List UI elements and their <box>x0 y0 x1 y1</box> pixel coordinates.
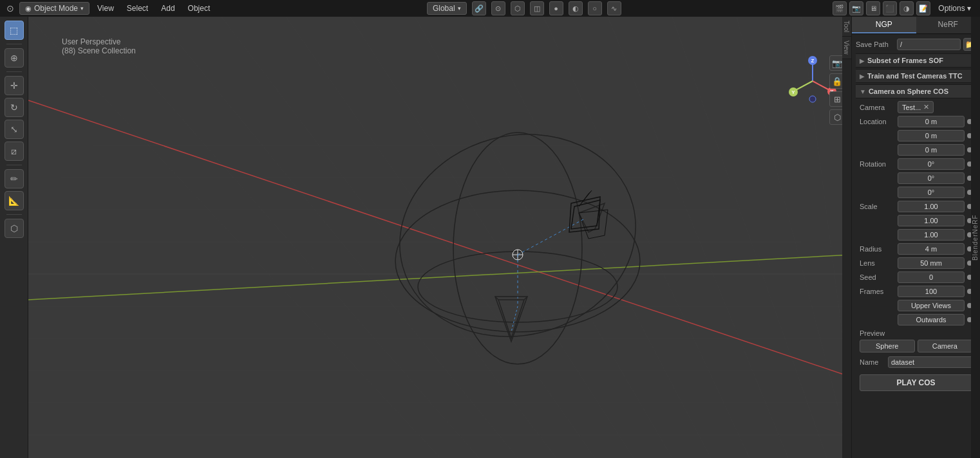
name-input[interactable] <box>888 356 980 368</box>
svg-line-51 <box>795 81 813 91</box>
proportional-btn[interactable]: ⊙ <box>491 1 505 15</box>
transform-selector[interactable]: Global ▾ <box>427 2 467 15</box>
rotate-tool[interactable]: ↻ <box>5 98 24 117</box>
compositor-icon[interactable]: ⬛ <box>883 1 897 15</box>
svg-text:Z: Z <box>811 58 815 64</box>
camera-tag[interactable]: Test... ✕ <box>898 101 934 113</box>
shading-solid[interactable]: ● <box>549 1 563 15</box>
scale-z-field[interactable]: 1.00 <box>898 229 965 241</box>
shading-material[interactable]: ◐ <box>569 1 583 15</box>
outwards-row: Outwards <box>856 313 976 327</box>
scale-y-field[interactable]: 1.00 <box>898 215 965 226</box>
rotation-row-z: 0° <box>856 185 976 199</box>
svg-line-48 <box>813 81 831 91</box>
scale-tool[interactable]: ⤡ <box>5 120 24 139</box>
top-bar-right: 🎬 📷 🖥 ⬛ ◑ 📝 Options ▾ <box>833 1 976 15</box>
cursor-tool[interactable]: ⊕ <box>5 48 24 68</box>
location-row-x: Location 0 m <box>856 114 976 129</box>
camera-preview-btn[interactable]: Camera <box>918 340 973 353</box>
blendernerf-label: BlenderNeRF <box>971 17 980 458</box>
measure-tool[interactable]: 📐 <box>5 191 24 210</box>
options-menu[interactable]: Options ▾ <box>933 3 976 14</box>
seed-label: Seed <box>860 273 895 281</box>
menu-add[interactable]: Add <box>156 3 180 14</box>
camera-value: Test... <box>902 104 921 111</box>
scene-svg <box>28 17 851 458</box>
right-panel: NGP NeRF Save Path 📁 ▶ Subset of Frames … <box>851 17 980 458</box>
location-y-field[interactable]: 0 m <box>898 130 965 142</box>
rotation-x-field[interactable]: 0° <box>898 158 965 170</box>
menu-view[interactable]: View <box>92 3 119 14</box>
sof-title: Subset of Frames SOF <box>867 57 943 64</box>
transform-tool[interactable]: ⧄ <box>5 142 24 161</box>
seed-row: Seed 0 <box>856 270 976 284</box>
camera-row: Camera Test... ✕ <box>856 100 976 114</box>
shading-icon2[interactable]: ◑ <box>900 1 914 15</box>
upper-views-field[interactable]: Upper Views <box>898 300 965 311</box>
panel-tabs: NGP NeRF <box>852 17 980 34</box>
xray-btn[interactable]: ◫ <box>530 1 544 15</box>
cos-title: Camera on Sphere COS <box>869 87 948 95</box>
tool-tab[interactable]: Tool <box>842 17 851 37</box>
save-path-label: Save Path <box>856 41 894 48</box>
ttc-section-header[interactable]: ▶ Train and Test Cameras TTC <box>856 69 976 83</box>
location-row-z: 0 m <box>856 143 976 157</box>
sof-section-header[interactable]: ▶ Subset of Frames SOF <box>856 53 976 68</box>
blender-icon[interactable]: ⊙ <box>4 2 17 15</box>
annotate-tool[interactable]: ✏ <box>5 169 24 188</box>
save-path-input[interactable] <box>897 39 961 50</box>
camera-field-label: Camera <box>860 104 895 111</box>
frames-row: Frames 100 <box>856 284 976 298</box>
rotation-label: Rotation <box>860 160 895 168</box>
location-x-field[interactable]: 0 m <box>898 116 965 127</box>
lens-label: Lens <box>860 259 895 267</box>
play-cos-button[interactable]: PLAY COS <box>860 374 972 391</box>
cos-section-header[interactable]: ▼ Camera on Sphere COS <box>856 84 976 98</box>
move-tool[interactable]: ✛ <box>5 76 24 95</box>
render-icon[interactable]: 📷 <box>849 1 863 15</box>
camera-remove-btn[interactable]: ✕ <box>923 103 929 111</box>
viewport-3d[interactable]: User Perspective (88) Scene Collection Z… <box>28 17 851 458</box>
scale-row-y: 1.00 <box>856 214 976 228</box>
rotation-y-field[interactable]: 0° <box>898 172 965 184</box>
menu-select[interactable]: Select <box>122 3 153 14</box>
scripting-icon[interactable]: 📝 <box>916 1 930 15</box>
svg-rect-0 <box>28 17 851 458</box>
add-object-tool[interactable]: ⬡ <box>5 219 24 238</box>
name-label: Name <box>860 358 885 366</box>
location-row-y: 0 m <box>856 129 976 143</box>
scale-row-x: Scale 1.00 <box>856 199 976 214</box>
sphere-preview-btn[interactable]: Sphere <box>860 340 915 353</box>
location-z-field[interactable]: 0 m <box>898 144 965 156</box>
top-bar: ⊙ ◉ Object Mode ▾ View Select Add Object… <box>0 0 980 17</box>
outwards-field[interactable]: Outwards <box>898 314 965 325</box>
select-box-tool[interactable]: ⬚ <box>5 21 24 40</box>
radius-row: Radius 4 m <box>856 242 976 256</box>
view-tab[interactable]: View <box>842 37 851 59</box>
rotation-row-y: 0° <box>856 171 976 185</box>
lens-row: Lens 50 mm <box>856 256 976 270</box>
seed-field[interactable]: 0 <box>898 271 965 283</box>
mode-selector[interactable]: ◉ Object Mode ▾ <box>19 2 90 15</box>
lens-field[interactable]: 50 mm <box>898 257 965 269</box>
svg-text:Y: Y <box>791 89 795 95</box>
frames-field[interactable]: 100 <box>898 286 965 297</box>
overlay-btn[interactable]: ⬡ <box>511 1 525 15</box>
scale-x-field[interactable]: 1.00 <box>898 201 965 212</box>
output-icon[interactable]: 🖥 <box>866 1 880 15</box>
panel-body: Save Path 📁 ▶ Subset of Frames SOF ▶ Tra… <box>852 34 980 398</box>
menu-object[interactable]: Object <box>183 3 216 14</box>
tool-separator-2 <box>6 71 22 72</box>
shading-render[interactable]: ○ <box>588 1 602 15</box>
scene-icon[interactable]: 🎬 <box>833 1 847 15</box>
sof-arrow: ▶ <box>860 57 865 64</box>
ttc-title: Train and Test Cameras TTC <box>867 72 963 80</box>
transform-label: Global <box>433 4 455 13</box>
radius-field[interactable]: 4 m <box>898 243 965 255</box>
snap-btn[interactable]: 🔗 <box>472 1 486 15</box>
save-path-row: Save Path 📁 <box>856 38 976 51</box>
curve-btn[interactable]: ∿ <box>607 1 621 15</box>
name-row: Name <box>856 354 976 371</box>
rotation-z-field[interactable]: 0° <box>898 187 965 198</box>
ngp-tab[interactable]: NGP <box>852 17 916 33</box>
